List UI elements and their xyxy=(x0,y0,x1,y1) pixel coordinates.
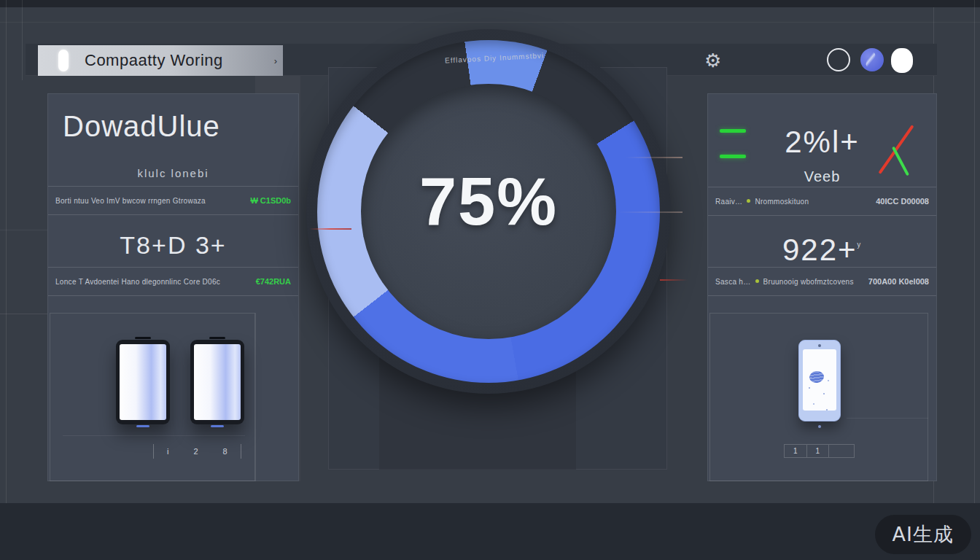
phone-mockup[interactable] xyxy=(798,340,841,421)
stat-label-1: Veeb xyxy=(708,168,936,185)
stat-row[interactable]: Sasca h… Bruunooig wbofmztcovens 700A00 … xyxy=(708,267,936,296)
settings-icon[interactable]: ⚙ xyxy=(704,50,721,72)
stat-row-value: 700A00 K0el008 xyxy=(868,277,929,286)
tablet-screen xyxy=(120,344,166,420)
ai-watermark-badge: AI生成 xyxy=(875,515,971,554)
right-stats-panel: 2%l+ Veeb Raaiv… Nrommoskituon 40ICC D00… xyxy=(707,93,937,481)
grid-line xyxy=(974,0,975,560)
chevron-right-icon[interactable]: › xyxy=(274,55,277,66)
page-item[interactable]: 2 xyxy=(193,447,198,456)
tablet-mockup-2[interactable] xyxy=(190,340,244,424)
stat-value-2: 922+ʸ xyxy=(708,233,936,268)
right-pagination[interactable]: 1 1 xyxy=(784,444,855,458)
top-dark-strip xyxy=(0,0,980,7)
page-title: Compaatty Woring xyxy=(85,51,223,70)
profile-avatar[interactable] xyxy=(891,48,913,73)
globe-icon xyxy=(809,370,825,384)
stat-row[interactable]: Borti ntuu Veo ImV bwcow rrngen Gtrowaza… xyxy=(48,186,298,215)
tablet-screen xyxy=(194,344,241,420)
left-pagination[interactable]: i 2 8 xyxy=(153,444,241,459)
stat-row-value: ₩ C1SD0b xyxy=(250,196,291,205)
tablet-homebar xyxy=(211,425,224,427)
stat-row-label: Raaiv… xyxy=(715,198,742,206)
stat-row-label: Lonce T Avdoentei Hano dlegonnlinc Core … xyxy=(55,278,220,286)
user-avatar[interactable] xyxy=(860,48,884,71)
stat-row-sublabel: Bruunooig wbofmztcovens xyxy=(763,278,854,286)
phone-home-button xyxy=(818,425,821,428)
stat-row-value: 40ICC D00008 xyxy=(876,197,929,206)
left-panel-subheading: klulc lonebi xyxy=(48,167,298,179)
stat-row-value: €742RUA xyxy=(256,277,291,286)
page-item[interactable]: 1 xyxy=(807,445,830,457)
stat-value-1: 2%l+ xyxy=(708,125,936,160)
stat-row[interactable]: Raaiv… Nrommoskituon 40ICC D00008 xyxy=(708,187,936,216)
panel-divider xyxy=(255,313,256,481)
page-item[interactable]: 8 xyxy=(223,447,228,456)
app-background: Compaatty Woring › Efflavoos Diy Inummst… xyxy=(0,0,980,560)
grid-line xyxy=(0,230,47,230)
circle-outline-button[interactable] xyxy=(827,48,850,71)
grid-line xyxy=(0,22,980,23)
grid-line xyxy=(0,314,47,314)
page-item-empty[interactable] xyxy=(829,446,854,457)
page-item[interactable]: 1 xyxy=(785,445,807,457)
phone-screen xyxy=(803,349,836,411)
stat-row-label: Borti ntuu Veo ImV bwcow rrngen Gtrowaza xyxy=(55,197,206,205)
superscript-mark: ʸ xyxy=(858,240,863,252)
dot-icon xyxy=(747,199,750,203)
progress-percent: 75% xyxy=(419,163,558,240)
shelf-line xyxy=(63,435,245,436)
avatar-highlight xyxy=(865,51,876,69)
grid-line xyxy=(22,0,23,80)
grid-line xyxy=(6,0,7,560)
tablet-notch xyxy=(135,337,151,339)
page-item[interactable]: i xyxy=(167,447,168,456)
left-stats-panel: DowadUlue klulc lonebi Borti ntuu Veo Im… xyxy=(47,93,299,481)
tablet-mockup-1[interactable] xyxy=(116,340,170,424)
stat-row[interactable]: Lonce T Avdoentei Hano dlegonnlinc Core … xyxy=(48,267,298,296)
title-bar: Compaatty Woring › xyxy=(38,45,283,76)
phone-camera xyxy=(818,344,821,347)
stat-row-sublabel: Nrommoskituon xyxy=(755,198,809,206)
shelf-line xyxy=(847,418,928,419)
tablet-homebar xyxy=(136,425,149,427)
bottom-bar xyxy=(0,503,980,560)
left-panel-heading: DowadUlue xyxy=(63,110,220,143)
screen-speckles xyxy=(809,387,810,389)
stat-row-label: Sasca h… xyxy=(715,278,751,286)
window-pill-icon xyxy=(58,50,69,71)
gauge-center: 75% xyxy=(361,84,616,339)
dot-icon xyxy=(755,279,759,283)
watermark-text: AI生成 xyxy=(892,523,954,545)
tablet-notch xyxy=(209,337,225,339)
left-section-title: T8+D 3+ xyxy=(48,231,298,260)
